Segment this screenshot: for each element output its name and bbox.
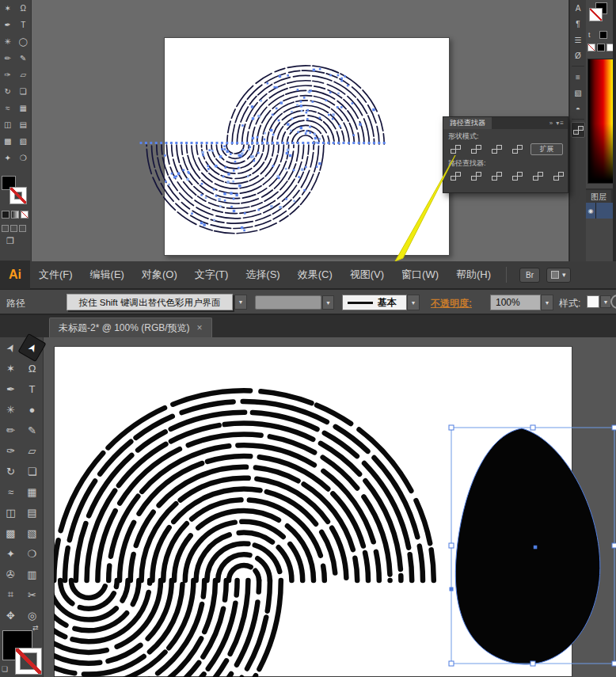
gradient-panel-icon[interactable]: ▧ bbox=[570, 85, 586, 101]
menu-item-3[interactable]: 文字(T) bbox=[186, 261, 238, 289]
pen-tool[interactable]: ✒ bbox=[0, 17, 16, 33]
bridge-button[interactable]: Br bbox=[519, 268, 540, 283]
opacity-label[interactable]: 不透明度: bbox=[431, 297, 472, 310]
character-panel-icon[interactable]: A bbox=[570, 0, 586, 16]
paragraph-styles-panel-icon[interactable]: ☰ bbox=[570, 32, 586, 48]
rotate-tool[interactable]: ↻ bbox=[0, 461, 21, 481]
menu-item-7[interactable]: 窗口(W) bbox=[393, 261, 447, 289]
shape-builder-tool[interactable]: ◫ bbox=[0, 502, 21, 523]
type-tool[interactable]: T bbox=[21, 378, 43, 399]
blob-brush-tool[interactable]: ✑ bbox=[0, 67, 16, 83]
menu-item-0[interactable]: 文件(F) bbox=[30, 261, 82, 289]
blend-tool[interactable]: ❍ bbox=[16, 150, 32, 166]
stroke-swatch-large[interactable] bbox=[15, 648, 42, 675]
visibility-eye-icon[interactable]: ◉ bbox=[586, 203, 596, 219]
none-button[interactable] bbox=[21, 211, 29, 219]
selection-handle[interactable] bbox=[612, 661, 616, 666]
eyedropper-tool[interactable]: ✦ bbox=[0, 543, 21, 564]
mesh-tool[interactable]: ▩ bbox=[0, 133, 16, 150]
menu-item-6[interactable]: 视图(V) bbox=[341, 261, 393, 289]
document-tab[interactable]: 未标题-2* @ 100% (RGB/预览) × bbox=[49, 318, 212, 337]
menu-item-4[interactable]: 选择(S) bbox=[237, 261, 288, 289]
fill-dropdown-arrow[interactable]: ▼ bbox=[234, 295, 247, 310]
style-dropdown-arrow[interactable]: ▼ bbox=[600, 295, 611, 308]
free-transform-tool[interactable]: ❏ bbox=[16, 83, 32, 100]
stroke-color-field[interactable] bbox=[255, 295, 321, 310]
shape-mode-exclude-button[interactable] bbox=[510, 143, 525, 155]
gradient-button[interactable] bbox=[11, 211, 19, 219]
menu-item-1[interactable]: 编辑(E) bbox=[82, 261, 133, 289]
puppet-warp-tool[interactable]: ▦ bbox=[21, 481, 43, 502]
line-segment-tool[interactable]: ✳ bbox=[0, 399, 21, 420]
menu-item-2[interactable]: 对象(O) bbox=[133, 261, 186, 289]
canvas[interactable] bbox=[54, 346, 572, 677]
screen-mode-icon[interactable]: ❐ bbox=[6, 236, 14, 246]
default-swatches-icon[interactable]: ❏ bbox=[2, 665, 8, 673]
rotate-tool[interactable]: ↻ bbox=[0, 83, 16, 100]
puppet-warp-tool[interactable]: ▦ bbox=[16, 100, 32, 116]
stroke-panel-icon[interactable]: Ø bbox=[570, 48, 586, 63]
menu-item-5[interactable]: 效果(C) bbox=[289, 261, 341, 289]
pathfinder-trim-button[interactable] bbox=[469, 170, 484, 182]
eraser-tool[interactable]: ▱ bbox=[21, 440, 43, 461]
gradient-tool[interactable]: ▧ bbox=[16, 133, 32, 150]
shape-mode-minus-front-button[interactable] bbox=[469, 143, 484, 155]
symbol-sprayer-tool[interactable]: ✇ bbox=[0, 564, 21, 584]
pathfinder-minus-back-button[interactable] bbox=[551, 170, 566, 182]
slice-tool[interactable]: ✂ bbox=[21, 584, 43, 605]
pencil-tool[interactable]: ✎ bbox=[21, 420, 43, 440]
stroke-swatch[interactable] bbox=[10, 187, 27, 204]
workspace-switcher[interactable]: ▾ bbox=[546, 268, 571, 283]
pathfinder-crop-button[interactable] bbox=[510, 170, 525, 182]
magic-wand-tool[interactable]: ✶ bbox=[0, 0, 16, 17]
expand-button[interactable]: 扩展 bbox=[530, 143, 563, 155]
ellipse-tool[interactable]: ● bbox=[21, 399, 43, 420]
artboard-tool[interactable]: ⌗ bbox=[0, 584, 21, 605]
color-spectrum[interactable] bbox=[587, 59, 616, 184]
hand-tool[interactable]: ✥ bbox=[0, 605, 21, 626]
tab-close-icon[interactable]: × bbox=[197, 322, 203, 333]
pencil-tool[interactable]: ✎ bbox=[16, 50, 32, 67]
tint-black-swatch[interactable] bbox=[599, 31, 607, 39]
layers-tab[interactable]: 图层 bbox=[586, 188, 616, 203]
perspective-grid-tool[interactable]: ▤ bbox=[21, 502, 43, 523]
shape-builder-tool[interactable]: ◫ bbox=[0, 116, 16, 133]
type-tool[interactable]: T bbox=[16, 17, 32, 33]
appearance-panel-icon[interactable]: ≡ bbox=[570, 69, 586, 85]
opacity-dropdown-arrow[interactable]: ▼ bbox=[541, 295, 553, 310]
zoom-tool[interactable]: ◎ bbox=[21, 605, 43, 626]
perspective-grid-tool[interactable]: ▤ bbox=[16, 116, 32, 133]
selection-handle[interactable] bbox=[612, 425, 616, 430]
paintbrush-tool[interactable]: ✏ bbox=[0, 420, 21, 440]
swap-fill-stroke-icon[interactable]: ⇄ bbox=[32, 624, 39, 632]
collapse-icon[interactable]: » bbox=[549, 120, 553, 127]
paintbrush-tool[interactable]: ✏ bbox=[0, 50, 16, 67]
selection-handle[interactable] bbox=[612, 543, 616, 548]
lasso-tool[interactable]: Ω bbox=[16, 0, 32, 17]
draw-behind-button[interactable] bbox=[10, 225, 17, 232]
pen-tool[interactable]: ✒ bbox=[0, 378, 21, 399]
transparency-panel-icon[interactable]: ◓ bbox=[570, 101, 586, 116]
gradient-tool[interactable]: ▧ bbox=[21, 523, 43, 543]
column-graph-tool[interactable]: ▥ bbox=[21, 564, 43, 584]
pathfinder-outline-button[interactable] bbox=[530, 170, 546, 182]
eyedropper-tool[interactable]: ✦ bbox=[0, 150, 16, 166]
draw-inside-button[interactable] bbox=[19, 225, 26, 232]
stroke-dropdown-arrow[interactable]: ▼ bbox=[322, 295, 334, 310]
blob-brush-tool[interactable]: ✑ bbox=[0, 440, 21, 461]
eraser-tool[interactable]: ▱ bbox=[16, 67, 32, 83]
pathfinder-panel-icon[interactable] bbox=[571, 122, 585, 138]
color-button[interactable] bbox=[2, 211, 10, 219]
app-logo[interactable]: Ai bbox=[0, 261, 30, 289]
layer-row[interactable]: ◉ bbox=[586, 203, 616, 219]
opacity-value-field[interactable]: 100% bbox=[490, 295, 541, 310]
draw-normal-button[interactable] bbox=[2, 225, 9, 232]
ellipse-tool[interactable]: ◯ bbox=[16, 33, 32, 50]
style-swatch[interactable] bbox=[587, 295, 599, 308]
black-swatch[interactable] bbox=[597, 44, 605, 51]
blend-tool[interactable]: ❍ bbox=[21, 543, 43, 564]
mesh-tool[interactable]: ▩ bbox=[0, 523, 21, 543]
panel-fill-swatch[interactable] bbox=[589, 8, 603, 21]
pathfinder-titlebar[interactable]: 路径查找器 » ▾≡ bbox=[443, 117, 568, 129]
pathfinder-merge-button[interactable] bbox=[489, 170, 504, 182]
